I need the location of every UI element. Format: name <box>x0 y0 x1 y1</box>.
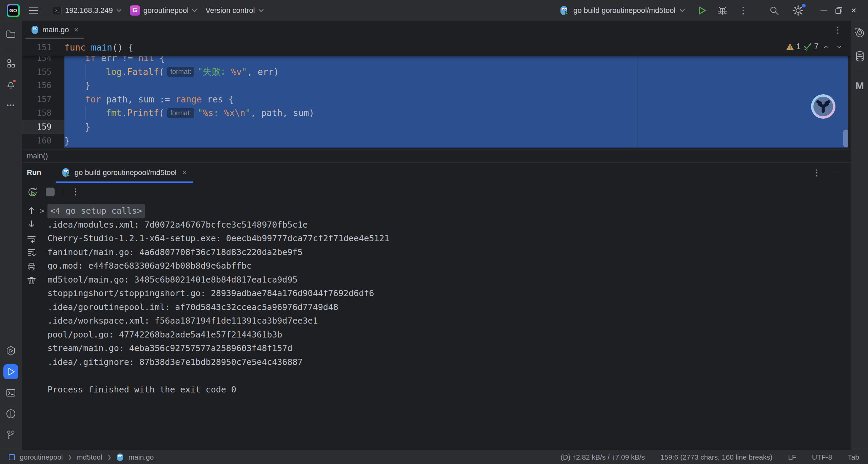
editor-tab-bar: main.go ✕ ⋮ <box>22 21 851 39</box>
warnings-indicator[interactable]: 1 <box>786 42 801 51</box>
structure-tool-button[interactable] <box>3 56 18 71</box>
code-line-156[interactable]: 156} <box>22 79 851 93</box>
line-number[interactable]: 151 <box>22 43 64 52</box>
code-token: range <box>175 94 202 104</box>
console-blank-line <box>47 369 389 383</box>
console-more-button[interactable]: ⋮ <box>71 187 80 197</box>
code-line-155[interactable]: 155log.Fatalf(format:"失败: %v", err) <box>22 65 851 79</box>
search-everywhere-button[interactable] <box>766 3 782 18</box>
ai-assistant-floating-button[interactable] <box>810 94 836 119</box>
code-token: : <box>213 108 224 118</box>
console-line: .idea/.gitignore: 87b38d3e7e1bdb28950c7e… <box>47 355 389 369</box>
line-number[interactable]: 158 <box>22 108 64 118</box>
parameter-hint: format: <box>167 108 194 118</box>
window-restore-button[interactable] <box>831 4 846 17</box>
code-line-160[interactable]: 160} <box>22 134 851 148</box>
hide-panel-button[interactable]: — <box>833 168 841 177</box>
window-close-button[interactable]: ✕ <box>846 4 861 17</box>
line-separator-indicator[interactable]: LF <box>788 453 796 461</box>
line-number[interactable]: 157 <box>22 95 64 104</box>
ai-assistant-tool-button[interactable] <box>853 26 867 40</box>
run-panel-options-button[interactable]: ⋮ <box>812 168 821 178</box>
more-tool-windows-button[interactable]: ••• <box>3 98 18 113</box>
next-occurrence-button[interactable] <box>27 219 36 228</box>
prev-occurrence-button[interactable] <box>27 206 36 215</box>
code-token: "失败: <box>197 66 231 78</box>
project-icon: G <box>130 5 140 16</box>
warning-count: 1 <box>796 42 801 51</box>
code-line-157[interactable]: 157for path, sum := range res { <box>22 92 851 106</box>
line-number[interactable]: 160 <box>22 136 64 146</box>
mellum-tool-button[interactable]: M <box>853 79 867 93</box>
breadcrumb-main[interactable]: main() <box>27 152 48 160</box>
debug-button[interactable] <box>715 3 730 18</box>
window-minimize-button[interactable]: — <box>816 4 831 17</box>
console-folded-region[interactable]: ><4 go setup calls> <box>47 204 389 218</box>
tab-options-button[interactable]: ⋮ <box>833 25 842 35</box>
warning-icon <box>786 43 794 51</box>
run-tool-window-header: Run go build goroutinepool/md5tool ✕ ⋮ — <box>22 162 851 183</box>
vcs-label: Version control <box>205 6 255 15</box>
process-finished-line: Process finished with the exit code 0 <box>47 383 389 397</box>
code-line-159[interactable]: 159} <box>22 120 851 134</box>
caret-position-indicator[interactable]: 159:6 (2773 chars, 160 line breaks) <box>660 453 772 461</box>
indent-guide <box>85 107 85 120</box>
fold-expand-icon[interactable]: > <box>40 204 44 218</box>
line-number[interactable]: 155 <box>22 67 64 77</box>
code-token: \n <box>235 108 245 118</box>
next-problem-button[interactable] <box>834 44 844 50</box>
sticky-line-func-main[interactable]: 151 func main() { <box>22 39 851 56</box>
stop-button[interactable] <box>46 188 55 196</box>
terminal-tool-button[interactable] <box>3 385 18 400</box>
code-line-158[interactable]: 158fmt.Printf(format:"%s: %x\n", path, s… <box>22 106 851 120</box>
passed-indicator[interactable]: 7 <box>803 42 818 51</box>
title-bar: GO >_ 192.168.3.249 G goroutinepool Vers… <box>0 0 868 21</box>
line-number[interactable]: 159 <box>22 122 64 132</box>
statusbar-crumb-project[interactable]: goroutinepool <box>20 453 63 461</box>
run-console[interactable]: ><4 go setup calls>.idea/modules.xml: 7d… <box>22 201 851 450</box>
run-button[interactable] <box>694 3 709 18</box>
statusbar-crumb-package[interactable]: md5tool <box>77 453 102 461</box>
network-speed-indicator: (D) ↑2.82 kB/s / ↓7.09 kB/s <box>560 453 645 461</box>
version-control-tool-button[interactable] <box>3 427 18 442</box>
notifications-tool-button[interactable] <box>3 77 18 92</box>
remote-host-label: 192.168.3.249 <box>65 6 113 15</box>
more-actions-button[interactable]: ⋮ <box>736 2 751 19</box>
goland-logo-icon: GO <box>7 4 20 17</box>
console-line: .idea/modules.xml: 7d0072a46767bcfce3c51… <box>47 218 389 232</box>
line-number[interactable]: 156 <box>22 81 64 90</box>
encoding-indicator[interactable]: UTF-8 <box>812 453 832 461</box>
indent-indicator[interactable]: Tab <box>848 453 859 461</box>
prev-problem-button[interactable] <box>821 44 831 50</box>
remote-host-selector[interactable]: >_ 192.168.3.249 <box>49 3 126 18</box>
close-tab-icon[interactable]: ✕ <box>182 169 187 176</box>
run-tab-go-build[interactable]: go build goroutinepool/md5tool ✕ <box>56 162 193 183</box>
code-editor[interactable]: 151 func main() { 154if err != nil {155l… <box>22 39 851 150</box>
problems-tool-button[interactable] <box>3 406 18 421</box>
folded-text[interactable]: <4 go setup calls> <box>47 204 145 218</box>
settings-button[interactable] <box>790 2 806 19</box>
clear-console-button[interactable] <box>27 276 36 285</box>
editor-scrollbar-thumb[interactable] <box>843 130 848 147</box>
scroll-to-end-button[interactable] <box>27 248 36 257</box>
run-configuration-selector[interactable]: go build goroutinepool/md5tool <box>559 5 685 16</box>
code-token: %x <box>224 108 235 118</box>
passed-count: 7 <box>814 42 818 51</box>
run-tool-button[interactable] <box>3 364 18 379</box>
services-tool-button[interactable] <box>3 343 18 358</box>
editor-tab-main-go[interactable]: main.go ✕ <box>25 21 84 39</box>
console-output: ><4 go setup calls>.idea/modules.xml: 7d… <box>47 204 389 397</box>
close-tab-icon[interactable]: ✕ <box>74 26 79 34</box>
settings-notification-dot <box>802 4 806 7</box>
print-button[interactable] <box>27 262 36 271</box>
toolbar-separator <box>63 187 63 197</box>
statusbar-crumb-file[interactable]: main.go <box>129 453 154 461</box>
vcs-widget[interactable]: Version control <box>201 3 268 18</box>
project-tool-button[interactable] <box>3 26 18 41</box>
database-tool-button[interactable] <box>853 50 867 63</box>
soft-wrap-button[interactable] <box>27 234 36 244</box>
main-menu-button[interactable] <box>28 6 39 15</box>
rerun-button[interactable] <box>27 187 38 197</box>
module-icon <box>9 454 15 460</box>
project-selector[interactable]: G goroutinepool <box>126 3 201 18</box>
